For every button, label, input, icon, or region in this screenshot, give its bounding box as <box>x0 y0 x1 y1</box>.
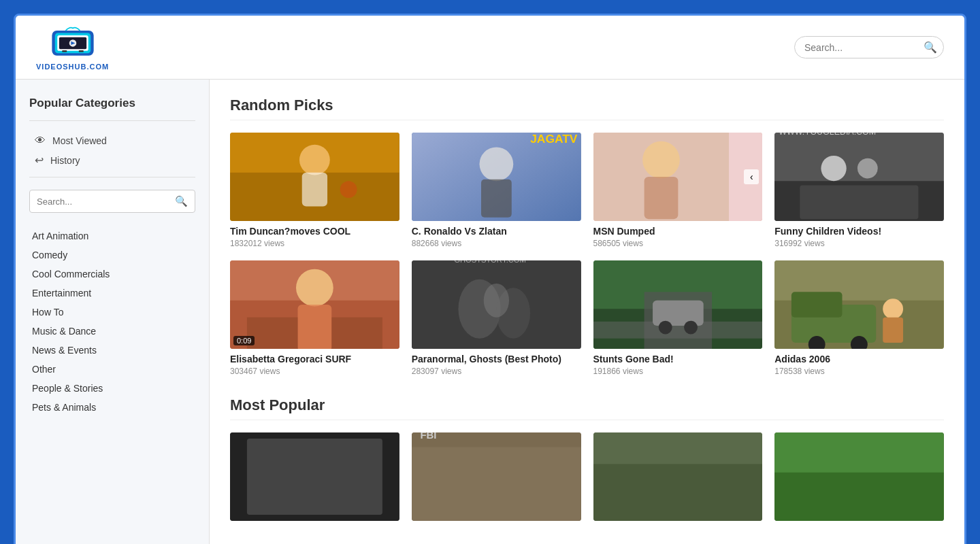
svg-rect-61 <box>247 439 382 515</box>
logo-svg <box>49 24 97 61</box>
category-comedy[interactable]: Comedy <box>29 245 195 265</box>
most-popular-card-3[interactable] <box>774 432 944 521</box>
sidebar-most-viewed-label: Most Viewed <box>52 135 107 146</box>
svg-text:WWW.YOUGLEDIA.COM: WWW.YOUGLEDIA.COM <box>779 133 876 137</box>
video-card-3[interactable]: WWW.YOUGLEDIA.COM STROCLA Funny Children… <box>774 133 944 248</box>
header-search-bar[interactable]: 🔍 <box>794 36 944 58</box>
video-thumb-5: GHOSTSTORY.COM <box>412 260 581 349</box>
svg-point-57 <box>883 299 903 319</box>
category-other[interactable]: Other <box>29 360 195 379</box>
category-news-events[interactable]: News & Events <box>29 341 195 360</box>
main-layout: Popular Categories 👁 Most Viewed ↩ Histo… <box>16 80 964 544</box>
most-popular-card-2[interactable] <box>593 432 763 521</box>
video-views-0: 1832012 views <box>230 239 399 248</box>
svg-point-42 <box>483 284 508 318</box>
category-people-stories[interactable]: People & Stories <box>29 379 195 398</box>
svg-text:FBI: FBI <box>420 432 436 441</box>
video-thumb-3: WWW.YOUGLEDIA.COM STROCLA <box>774 133 944 221</box>
sidebar: Popular Categories 👁 Most Viewed ↩ Histo… <box>16 80 210 544</box>
video-title-4: Elisabetta Gregoraci SURF <box>230 354 399 364</box>
video-duration-4: 0:09 <box>233 336 255 345</box>
most-popular-thumb-0 <box>230 432 399 521</box>
video-card-0[interactable]: Tim Duncan?moves COOL 1832012 views <box>230 133 399 248</box>
svg-rect-16 <box>481 180 512 218</box>
svg-point-48 <box>658 321 672 335</box>
svg-rect-54 <box>791 292 843 317</box>
svg-point-21 <box>642 141 680 179</box>
sidebar-divider-mid <box>29 177 195 177</box>
svg-point-15 <box>479 147 513 181</box>
svg-rect-22 <box>644 177 678 219</box>
logo-area[interactable]: VIDEOSHUB.COM <box>36 24 109 71</box>
video-nav-btn-2[interactable]: ‹ <box>744 169 759 184</box>
video-views-3: 316992 views <box>774 239 944 248</box>
outer-border: VIDEOSHUB.COM 🔍 Popular Categories 👁 Mos… <box>14 14 966 544</box>
video-views-2: 586505 views <box>593 239 763 248</box>
video-thumb-2: PRANKVOTE.COM ‹ <box>593 133 763 221</box>
header: VIDEOSHUB.COM 🔍 <box>16 16 964 80</box>
category-music-dance[interactable]: Music & Dance <box>29 322 195 341</box>
video-title-5: Paranormal, Ghosts (Best Photo) <box>412 354 581 364</box>
video-title-7: Adidas 2006 <box>774 354 944 364</box>
svg-rect-58 <box>883 318 903 343</box>
most-popular-grid: FBI <box>230 432 944 521</box>
most-popular-thumb-1: FBI <box>412 432 581 521</box>
sidebar-history-label: History <box>50 155 80 166</box>
sidebar-search-icon: 🔍 <box>175 195 188 207</box>
sidebar-divider-top <box>29 120 195 121</box>
video-thumb-4: 0:09 <box>230 260 399 349</box>
sidebar-item-history[interactable]: ↩ History <box>29 150 195 170</box>
sidebar-item-most-viewed[interactable]: 👁 Most Viewed <box>29 131 195 150</box>
category-pets-animals[interactable]: Pets & Animals <box>29 398 195 417</box>
video-views-1: 882668 views <box>412 239 581 248</box>
svg-rect-64 <box>412 447 581 521</box>
category-list: Art Animation Comedy Cool Commercials En… <box>29 226 195 417</box>
svg-text:JAGATV: JAGATV <box>530 133 578 146</box>
category-art-animation[interactable]: Art Animation <box>29 226 195 245</box>
video-title-1: C. Ronaldo Vs Zlatan <box>412 226 581 237</box>
eye-icon: 👁 <box>35 135 46 147</box>
random-picks-grid: Tim Duncan?moves COOL 1832012 views JAGA… <box>230 133 944 376</box>
video-card-5[interactable]: GHOSTSTORY.COM Paranormal, Ghosts (Best … <box>412 260 581 376</box>
history-icon: ↩ <box>35 154 44 167</box>
sidebar-search-input[interactable] <box>37 197 175 207</box>
category-how-to[interactable]: How To <box>29 303 195 322</box>
svg-rect-35 <box>247 318 298 349</box>
svg-rect-66 <box>593 464 763 521</box>
svg-text:GHOSTSTORY.COM: GHOSTSTORY.COM <box>454 260 526 264</box>
svg-rect-36 <box>331 318 382 349</box>
video-thumb-1: JAGATV <box>412 133 581 221</box>
video-card-2[interactable]: PRANKVOTE.COM ‹ MSN Dumped 586505 views <box>593 133 763 248</box>
svg-point-33 <box>296 269 333 307</box>
video-card-7[interactable]: XTREME.COM Adidas 2006 178538 views <box>774 260 944 376</box>
svg-point-49 <box>684 321 698 335</box>
svg-point-27 <box>858 158 878 179</box>
video-card-6[interactable]: WWW.STUNTSGOINGBAD.COM Stunts Gone Bad! … <box>593 260 763 376</box>
sidebar-title: Popular Categories <box>29 97 195 110</box>
most-popular-thumb-3 <box>774 432 944 521</box>
category-cool-commercials[interactable]: Cool Commercials <box>29 265 195 284</box>
video-card-4[interactable]: 0:09 Elisabetta Gregoraci SURF 303467 vi… <box>230 260 399 376</box>
most-popular-card-0[interactable] <box>230 432 399 521</box>
content-area: Random Picks Tim Duncan?move <box>210 80 964 544</box>
video-card-1[interactable]: JAGATV C. Ronaldo Vs Zlatan 882668 views <box>412 133 581 248</box>
video-title-6: Stunts Gone Bad! <box>593 354 763 364</box>
most-popular-thumb-2 <box>593 432 763 521</box>
header-search-input[interactable] <box>804 42 924 53</box>
video-views-5: 283097 views <box>412 367 581 376</box>
svg-point-10 <box>299 145 330 175</box>
svg-rect-11 <box>302 173 327 207</box>
sidebar-search-bar[interactable]: 🔍 <box>29 190 195 213</box>
category-entertainment[interactable]: Entertainment <box>29 284 195 303</box>
most-popular-card-1[interactable]: FBI <box>412 432 581 521</box>
svg-rect-68 <box>774 473 944 521</box>
svg-rect-47 <box>653 301 704 326</box>
video-thumb-6: WWW.STUNTSGOINGBAD.COM <box>593 260 763 349</box>
svg-rect-28 <box>800 185 919 219</box>
most-popular-title: Most Popular <box>230 396 944 420</box>
video-views-7: 178538 views <box>774 367 944 376</box>
video-thumb-7: XTREME.COM <box>774 260 944 349</box>
video-title-2: MSN Dumped <box>593 226 763 237</box>
svg-rect-6 <box>62 50 67 52</box>
header-search-icon: 🔍 <box>924 41 937 54</box>
